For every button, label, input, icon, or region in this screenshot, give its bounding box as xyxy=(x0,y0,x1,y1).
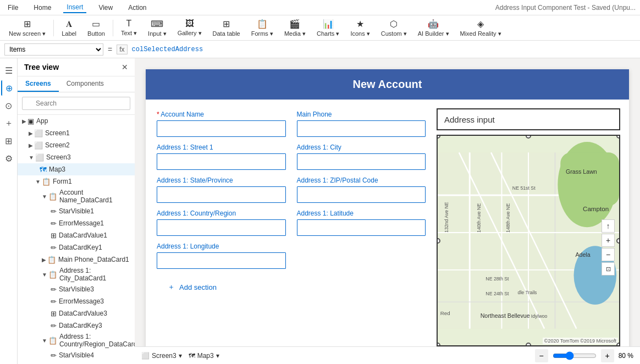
component-icon: ✏ xyxy=(51,285,57,294)
tree-item-datacardkey3[interactable]: ✏ DataCardKey3 xyxy=(18,319,135,332)
tree-item-starvisible1[interactable]: ✏ StarVisible1 xyxy=(18,205,135,217)
input-country[interactable] xyxy=(157,219,286,236)
ribbon-label[interactable]: 𝐀 Label xyxy=(57,17,81,39)
ribbon-icons[interactable]: ★ Icons ▾ xyxy=(346,16,374,40)
tree-item-datacardvalue3[interactable]: ⊞ DataCardValue3 xyxy=(18,307,135,319)
map-locate-button[interactable]: ⊡ xyxy=(602,262,615,275)
tree-item-mainphone-datacard[interactable]: ▶ 📋 Main Phone_DataCard1 xyxy=(18,253,135,266)
ribbon-custom[interactable]: ⬡ Custom ▾ xyxy=(377,16,411,40)
label-city: Address 1: City xyxy=(297,144,426,151)
input-latitude[interactable] xyxy=(297,219,426,236)
sidebar-icon-settings[interactable]: ⚙ xyxy=(1,151,16,166)
menu-item-action[interactable]: Action xyxy=(125,3,150,13)
svg-text:148th Ave NE: 148th Ave NE xyxy=(505,203,511,233)
resize-handle-tr[interactable] xyxy=(616,135,620,139)
input-account-name[interactable] xyxy=(157,120,286,137)
tree-tab-screens[interactable]: Screens xyxy=(18,76,59,92)
ribbon-forms[interactable]: 📋 Forms ▾ xyxy=(247,16,278,40)
sidebar-icon-components[interactable]: ⊞ xyxy=(1,133,16,148)
bottom-bar-screen[interactable]: ⬜ Screen3 ▾ xyxy=(141,352,182,360)
canvas-area: New Account Account Name Main Phone xyxy=(135,58,640,364)
tree-item-starvisible3[interactable]: ✏ StarVisible3 xyxy=(18,283,135,295)
map-zoom-in-button[interactable]: + xyxy=(602,234,615,247)
chevron-icon: ▶ xyxy=(29,142,33,148)
menu-item-insert[interactable]: Insert xyxy=(63,2,86,13)
map-compass-button[interactable]: ↑ xyxy=(602,219,615,233)
ribbon-new-screen[interactable]: ⊞ New screen ▾ xyxy=(4,16,50,40)
tree-item-datacardkey1[interactable]: ✏ DataCardKey1 xyxy=(18,241,135,253)
tree-search-input[interactable] xyxy=(22,97,130,110)
resize-handle-bm[interactable] xyxy=(526,343,531,346)
formula-select[interactable]: Items xyxy=(4,43,103,56)
svg-text:NE 28th St: NE 28th St xyxy=(485,276,509,282)
ribbon-input[interactable]: ⌨ Input ▾ xyxy=(144,16,171,40)
tree-item-app[interactable]: ▶ ▣ App xyxy=(18,115,135,127)
input-zip[interactable] xyxy=(297,186,426,203)
formula-input[interactable] xyxy=(132,46,636,53)
form-fields: Account Name Main Phone Address 1: Stree… xyxy=(146,100,437,355)
zoom-controls: − + 80 % xyxy=(535,349,633,362)
resize-handle-bl[interactable] xyxy=(437,343,440,346)
svg-text:140th Ave NE: 140th Ave NE xyxy=(476,203,482,233)
screen-icon: ⬜ xyxy=(34,129,43,137)
input-street1[interactable] xyxy=(157,153,286,170)
tree-item-errormessage1[interactable]: ✏ ErrorMessage1 xyxy=(18,217,135,229)
tree-panel: Tree view ✕ Screens Components ▶ ▣ App ▶… xyxy=(18,58,135,364)
tree-item-account-datacard[interactable]: ▼ 📋 Account Name_DataCard1 xyxy=(18,187,135,205)
tree-item-screen3[interactable]: ▼ ⬜ Screen3 xyxy=(18,151,135,163)
tree-item-screen1[interactable]: ▶ ⬜ Screen1 xyxy=(18,127,135,139)
resize-handle-mr[interactable] xyxy=(616,238,620,244)
menu-item-view[interactable]: View xyxy=(95,3,116,13)
tree-item-errormessage3[interactable]: ✏ ErrorMessage3 xyxy=(18,295,135,307)
tree-close-button[interactable]: ✕ xyxy=(122,63,128,71)
bottom-bar-map[interactable]: 🗺 Map3 ▾ xyxy=(189,352,219,360)
zoom-slider[interactable] xyxy=(553,351,597,360)
address-input-box[interactable]: Address input xyxy=(437,108,620,130)
map-zoom-out-button[interactable]: − xyxy=(602,248,615,261)
form-body: Account Name Main Phone Address 1: Stree… xyxy=(146,100,629,355)
menu-item-file[interactable]: File xyxy=(4,3,21,13)
zoom-in-button[interactable]: + xyxy=(601,349,614,362)
tree-tab-components[interactable]: Components xyxy=(59,76,112,92)
resize-handle-br[interactable] xyxy=(616,343,620,346)
svg-text:132nd Ave NE: 132nd Ave NE xyxy=(444,202,449,233)
button-icon: ▭ xyxy=(92,19,100,29)
input-state[interactable] xyxy=(157,186,286,203)
tree-item-map3[interactable]: 🗺 Map3 ··· xyxy=(18,163,135,175)
tree-tabs: Screens Components xyxy=(18,76,135,92)
ribbon-media[interactable]: 🎬 Media ▾ xyxy=(280,16,310,40)
tree-item-starvisible4[interactable]: ✏ StarVisible4 xyxy=(18,349,135,361)
label-main-phone: Main Phone xyxy=(297,111,426,118)
ribbon-ai-builder[interactable]: 🤖 AI Builder ▾ xyxy=(413,16,454,40)
screen-icon: ⬜ xyxy=(35,153,44,162)
menu-item-home[interactable]: Home xyxy=(30,3,54,13)
tree-item-form1[interactable]: ▼ 📋 Form1 xyxy=(18,175,135,187)
tree-list: ▶ ▣ App ▶ ⬜ Screen1 ▶ ⬜ Screen2 ▼ ⬜ Scre… xyxy=(18,115,135,364)
input-city[interactable] xyxy=(297,153,426,170)
sidebar-icon-insert[interactable]: ＋ xyxy=(1,115,16,131)
tree-item-datacardvalue1[interactable]: ⊞ DataCardValue1 xyxy=(18,229,135,241)
label-latitude: Address 1: Latitude xyxy=(297,209,426,217)
ribbon-button[interactable]: ▭ Button xyxy=(83,16,109,39)
ribbon-gallery[interactable]: 🖼 Gallery ▾ xyxy=(173,16,206,39)
datacard-icon: 📋 xyxy=(48,337,57,345)
add-section-button[interactable]: ＋ Add section xyxy=(157,275,426,299)
ribbon-text[interactable]: T Text ▾ xyxy=(117,16,141,39)
map-container[interactable]: Grass Lawn Campton Adela 132nd Ave NE 14… xyxy=(437,135,620,346)
input-longitude[interactable] xyxy=(157,252,286,269)
zoom-out-button[interactable]: − xyxy=(535,349,548,362)
tree-item-city-datacard[interactable]: ▼ 📋 Address 1: City_DataCard1 xyxy=(18,266,135,283)
sidebar-icon-hamburger[interactable]: ☰ xyxy=(1,63,16,78)
sidebar-icon-layers[interactable]: ⊕ xyxy=(1,80,16,96)
sidebar-icon-data[interactable]: ⊙ xyxy=(1,98,16,113)
input-main-phone[interactable] xyxy=(297,120,426,137)
address-input-placeholder: Address input xyxy=(444,115,495,124)
tree-item-errormessage4[interactable]: ✏ ErrorMessage4 xyxy=(18,361,135,364)
map-svg: Grass Lawn Campton Adela 132nd Ave NE 14… xyxy=(438,136,619,345)
field-main-phone: Main Phone xyxy=(297,111,426,137)
tree-item-screen2[interactable]: ▶ ⬜ Screen2 xyxy=(18,139,135,151)
ribbon-mixed-reality[interactable]: ◈ Mixed Reality ▾ xyxy=(456,16,506,40)
ribbon-data-table[interactable]: ⊞ Data table xyxy=(208,16,245,39)
ribbon-charts[interactable]: 📊 Charts ▾ xyxy=(312,16,344,40)
tree-item-country-datacard[interactable]: ▼ 📋 Address 1: Country/Region_DataCard xyxy=(18,332,135,349)
